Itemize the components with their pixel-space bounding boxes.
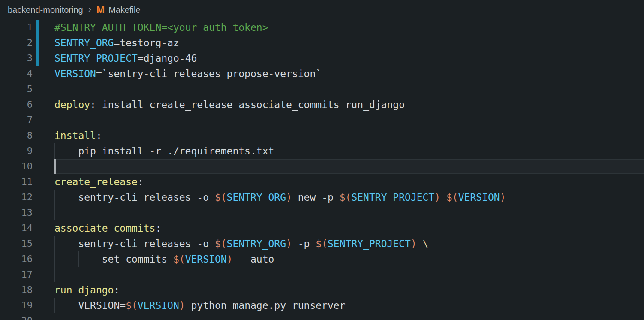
code-token: create_release [54,176,138,187]
line-number[interactable]: 6 [0,97,54,112]
code-line-content[interactable] [54,267,644,282]
line-number[interactable]: 10 [0,159,54,174]
line-number[interactable]: 1 [0,20,54,35]
code-line: 11create_release: [0,174,644,190]
line-number[interactable]: 19 [0,298,54,313]
code-token: ) [179,300,185,311]
code-token: install [54,130,96,141]
line-gutter[interactable]: 20 [0,313,54,320]
code-line: 9pip install -r ./requirements.txt [0,143,644,159]
code-line-content[interactable]: set-commits $(VERSION) --auto [54,251,644,267]
line-gutter[interactable]: 2 [0,35,54,51]
line-number[interactable]: 12 [0,190,54,205]
code-line-content[interactable]: install: [54,128,644,143]
line-gutter[interactable]: 7 [0,112,54,128]
line-gutter[interactable]: 3 [0,51,54,66]
code-line-content[interactable] [54,205,644,220]
text-cursor [54,159,56,174]
line-gutter[interactable]: 4 [0,66,54,82]
code-token: sentry-cli releases -o [78,238,215,249]
line-gutter[interactable]: 17 [0,267,54,282]
indent-guide [54,190,55,205]
code-line-content[interactable]: SENTRY_PROJECT=django-46 [54,51,644,66]
line-gutter[interactable]: 1 [0,20,54,35]
line-number[interactable]: 16 [0,251,54,267]
modified-indicator [36,51,39,66]
line-gutter[interactable]: 11 [0,174,54,190]
line-number[interactable]: 17 [0,267,54,282]
line-gutter[interactable]: 19 [0,298,54,313]
code-line-content[interactable] [54,112,644,128]
indent-guide [54,236,55,251]
code-line-content[interactable]: VERSION=`sentry-cli releases propose-ver… [54,66,644,82]
line-gutter[interactable]: 15 [0,236,54,251]
line-number[interactable]: 2 [0,35,54,51]
code-token: $( [340,192,352,203]
code-line: 12sentry-cli releases -o $(SENTRY_ORG) n… [0,190,644,205]
line-number[interactable]: 20 [0,313,54,320]
code-line-content[interactable]: run_django: [54,282,644,298]
code-line-content[interactable]: pip install -r ./requirements.txt [54,143,644,159]
code-token: SENTRY_ORG [227,238,286,249]
line-number[interactable]: 18 [0,282,54,298]
chevron-right-icon: › [87,5,92,15]
breadcrumb-folder[interactable]: backend-monitoring [8,5,83,15]
line-gutter[interactable]: 13 [0,205,54,220]
code-token: VERSION [185,254,227,265]
indent-guide [54,267,55,282]
code-line-content[interactable]: #SENTRY_AUTH_TOKEN=<your_auth_token> [54,20,644,35]
line-gutter[interactable]: 14 [0,220,54,236]
line-gutter[interactable]: 5 [0,82,54,97]
code-line-content[interactable]: create_release: [54,174,644,190]
code-line-content[interactable]: sentry-cli releases -o $(SENTRY_ORG) -p … [54,236,644,251]
code-token: : [138,176,144,187]
line-gutter[interactable]: 18 [0,282,54,298]
code-token: $( [215,238,227,249]
line-number[interactable]: 13 [0,205,54,220]
line-number[interactable]: 15 [0,236,54,251]
code-token: set-commits [102,254,173,265]
code-token: new -p [292,192,340,203]
breadcrumb: backend-monitoring › M Makefile [0,0,644,20]
modified-indicator [36,20,39,35]
code-editor[interactable]: 1#SENTRY_AUTH_TOKEN=<your_auth_token>2SE… [0,20,644,320]
code-token: ) [286,192,292,203]
code-token: ) [411,238,417,249]
breadcrumb-file[interactable]: M Makefile [96,5,141,15]
line-number[interactable]: 8 [0,128,54,143]
code-line-content[interactable] [54,313,644,320]
code-token: =`sentry-cli releases propose-version` [96,68,322,79]
code-line: 5 [0,82,644,97]
code-token: SENTRY_ORG [54,37,114,48]
code-line: 4VERSION=`sentry-cli releases propose-ve… [0,66,644,82]
code-token: VERSION [138,300,179,311]
line-gutter[interactable]: 10 [0,159,54,174]
code-line-content[interactable]: sentry-cli releases -o $(SENTRY_ORG) new… [54,190,644,205]
code-line-content[interactable] [54,82,644,97]
code-token: --auto [232,254,274,265]
code-line: 19VERSION=$(VERSION) python manage.py ru… [0,298,644,313]
line-number[interactable]: 3 [0,51,54,66]
code-line-content[interactable]: deploy: install create_release associate… [54,97,644,112]
code-token: $( [126,300,138,311]
line-gutter[interactable]: 8 [0,128,54,143]
code-line-content[interactable] [54,159,644,174]
line-gutter[interactable]: 12 [0,190,54,205]
code-token: \ [423,238,429,249]
code-line-content[interactable]: associate_commits: [54,220,644,236]
line-number[interactable]: 11 [0,174,54,190]
line-number[interactable]: 4 [0,66,54,82]
line-number[interactable]: 9 [0,143,54,159]
line-number[interactable]: 14 [0,220,54,236]
line-number[interactable]: 7 [0,112,54,128]
line-number[interactable]: 5 [0,82,54,97]
code-line-content[interactable]: VERSION=$(VERSION) python manage.py runs… [54,298,644,313]
line-gutter[interactable]: 9 [0,143,54,159]
line-gutter[interactable]: 16 [0,251,54,267]
code-token: sentry-cli releases -o [78,192,215,203]
indent-guide [54,251,55,267]
code-token: SENTRY_PROJECT [351,192,434,203]
code-line: 2SENTRY_ORG=testorg-az [0,35,644,51]
code-line-content[interactable]: SENTRY_ORG=testorg-az [54,35,644,51]
line-gutter[interactable]: 6 [0,97,54,112]
